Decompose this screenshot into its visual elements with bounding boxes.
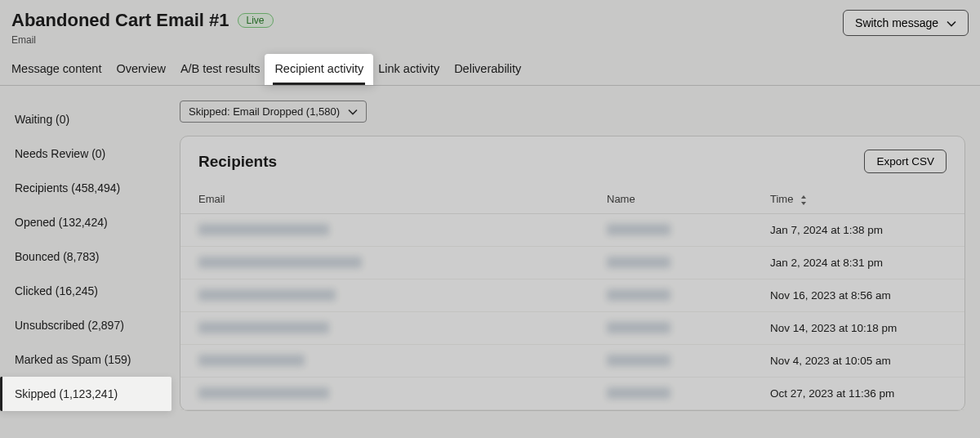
panel-title: Recipients (198, 153, 277, 171)
sidebar-item-opened[interactable]: Opened (132,424) (0, 205, 172, 239)
sort-icon (800, 195, 808, 205)
name-cell: xxxxxxx (607, 257, 670, 268)
recipients-panel: Recipients Export CSV Email Name Time (180, 136, 965, 411)
name-cell: xxxxxxx (607, 224, 670, 235)
name-cell: xxxxxxx (607, 355, 670, 366)
email-cell: xxxxxxxxxxxxxxxx (198, 387, 329, 399)
page-subtitle: Email (11, 34, 274, 46)
table-row[interactable]: xxxxxxxxxxxxxxxxxxxxxxxNov 14, 2023 at 1… (180, 312, 964, 345)
status-badge: Live (238, 13, 274, 28)
filter-label: Skipped: Email Dropped (1,580) (189, 105, 340, 118)
table-row[interactable]: xxxxxxxxxxxxxxxxxxxxxxxJan 7, 2024 at 1:… (180, 214, 964, 247)
table-row[interactable]: xxxxxxxxxxxxxxxxxxxxxxxJan 2, 2024 at 8:… (180, 247, 964, 279)
time-cell: Jan 2, 2024 at 8:31 pm (752, 247, 964, 279)
time-cell: Nov 16, 2023 at 8:56 am (752, 279, 964, 312)
tab-recipient-activity[interactable]: Recipient activity (265, 54, 373, 85)
time-cell: Nov 4, 2023 at 10:05 am (752, 345, 964, 378)
sidebar-item-recipients[interactable]: Recipients (458,494) (0, 171, 172, 205)
table-row[interactable]: xxxxxxxxxxxxxxxxxxxxxxxOct 27, 2023 at 1… (180, 378, 964, 410)
tab-message-content[interactable]: Message content (11, 62, 101, 85)
recipients-table: Email Name Time xxxxxxxxxxxxxxxxxxxxxxxJ… (180, 185, 964, 410)
sidebar-item-unsubscribed[interactable]: Unsubscribed (2,897) (0, 308, 172, 342)
table-row[interactable]: xxxxxxxxxxxxxxxxxxxxxxxNov 4, 2023 at 10… (180, 345, 964, 378)
tab-deliverability[interactable]: Deliverability (454, 62, 521, 85)
name-cell: xxxxxxx (607, 387, 670, 399)
email-cell: xxxxxxxxxxxxxxxx (198, 355, 305, 366)
table-row[interactable]: xxxxxxxxxxxxxxxxxxxxxxxNov 16, 2023 at 8… (180, 279, 964, 312)
page-title: Abandoned Cart Email #1 (11, 10, 229, 31)
sidebar-item-bounced[interactable]: Bounced (8,783) (0, 239, 172, 274)
chevron-down-icon (947, 18, 956, 28)
sidebar: Waiting (0) Needs Review (0) Recipients … (0, 86, 172, 432)
export-csv-button[interactable]: Export CSV (864, 150, 947, 173)
column-name[interactable]: Name (589, 185, 752, 214)
tab-bar: Message content Overview A/B test result… (0, 62, 980, 86)
email-cell: xxxxxxxxxxxxxxxx (198, 257, 362, 268)
column-time[interactable]: Time (752, 185, 964, 214)
sidebar-item-clicked[interactable]: Clicked (16,245) (0, 274, 172, 308)
chevron-down-icon (348, 107, 358, 117)
tab-link-activity[interactable]: Link activity (378, 62, 439, 85)
name-cell: xxxxxxx (607, 289, 670, 301)
tab-overview[interactable]: Overview (116, 62, 165, 85)
email-cell: xxxxxxxxxxxxxxxx (198, 224, 329, 235)
time-cell: Oct 27, 2023 at 11:36 pm (752, 378, 964, 410)
name-cell: xxxxxxx (607, 322, 670, 333)
tab-ab-test-results[interactable]: A/B test results (180, 62, 261, 85)
email-cell: xxxxxxxxxxxxxxxx (198, 289, 336, 301)
sidebar-item-waiting[interactable]: Waiting (0) (0, 102, 172, 136)
sidebar-item-skipped[interactable]: Skipped (1,123,241) (0, 377, 172, 411)
time-cell: Jan 7, 2024 at 1:38 pm (752, 214, 964, 247)
sidebar-item-marked-as-spam[interactable]: Marked as Spam (159) (0, 342, 172, 377)
email-cell: xxxxxxxxxxxxxxxx (198, 322, 329, 333)
switch-message-button[interactable]: Switch message (843, 10, 969, 36)
time-cell: Nov 14, 2023 at 10:18 pm (752, 312, 964, 345)
switch-message-label: Switch message (855, 16, 938, 29)
filter-dropdown[interactable]: Skipped: Email Dropped (1,580) (180, 101, 367, 123)
sidebar-item-needs-review[interactable]: Needs Review (0) (0, 136, 172, 171)
column-email[interactable]: Email (180, 185, 589, 214)
